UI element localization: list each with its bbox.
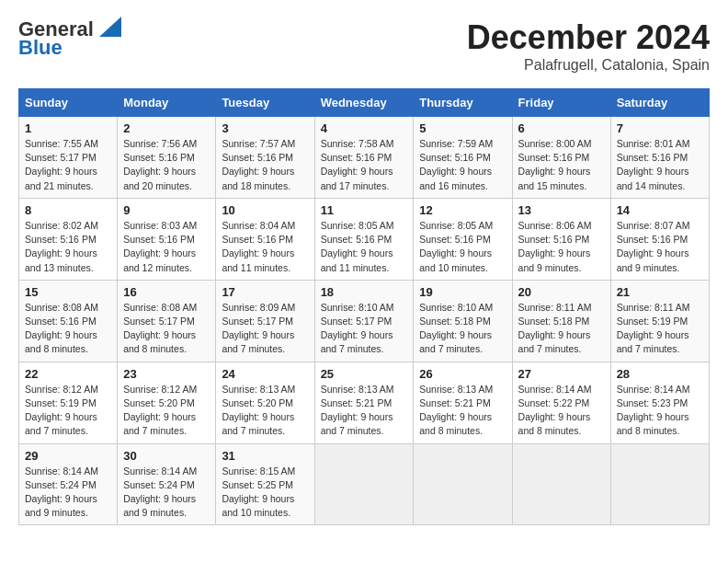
calendar-body: 1 Sunrise: 7:55 AMSunset: 5:17 PMDayligh… xyxy=(19,117,710,525)
calendar-week-row: 22 Sunrise: 8:12 AMSunset: 5:19 PMDaylig… xyxy=(19,362,710,443)
calendar-cell: 15 Sunrise: 8:08 AMSunset: 5:16 PMDaylig… xyxy=(19,280,118,362)
calendar-cell: 22 Sunrise: 8:12 AMSunset: 5:19 PMDaylig… xyxy=(19,362,118,443)
day-info: Sunrise: 8:11 AMSunset: 5:19 PMDaylight:… xyxy=(617,302,690,355)
calendar-cell xyxy=(512,443,610,525)
day-number: 20 xyxy=(518,285,605,299)
day-info: Sunrise: 8:14 AMSunset: 5:24 PMDaylight:… xyxy=(25,465,98,519)
day-info: Sunrise: 8:08 AMSunset: 5:17 PMDaylight:… xyxy=(123,302,197,355)
day-info: Sunrise: 7:58 AMSunset: 5:16 PMDaylight:… xyxy=(321,138,394,191)
calendar-cell: 27 Sunrise: 8:14 AMSunset: 5:22 PMDaylig… xyxy=(512,362,610,443)
col-header-wednesday: Wednesday xyxy=(314,89,414,117)
day-info: Sunrise: 8:12 AMSunset: 5:20 PMDaylight:… xyxy=(123,384,197,437)
day-number: 30 xyxy=(123,449,210,463)
day-number: 11 xyxy=(321,203,408,217)
calendar-cell: 9 Sunrise: 8:03 AMSunset: 5:16 PMDayligh… xyxy=(118,198,216,280)
calendar-cell: 5 Sunrise: 7:59 AMSunset: 5:16 PMDayligh… xyxy=(414,117,512,199)
day-number: 12 xyxy=(419,203,506,217)
calendar-week-row: 29 Sunrise: 8:14 AMSunset: 5:24 PMDaylig… xyxy=(19,443,710,525)
calendar-header-row: SundayMondayTuesdayWednesdayThursdayFrid… xyxy=(19,89,710,117)
calendar-cell: 6 Sunrise: 8:00 AMSunset: 5:16 PMDayligh… xyxy=(512,117,610,199)
calendar-week-row: 15 Sunrise: 8:08 AMSunset: 5:16 PMDaylig… xyxy=(19,280,710,362)
day-number: 15 xyxy=(25,285,111,299)
day-number: 18 xyxy=(321,285,408,299)
calendar-cell: 1 Sunrise: 7:55 AMSunset: 5:17 PMDayligh… xyxy=(19,117,118,199)
logo: General Blue xyxy=(18,18,121,59)
page-subtitle: Palafrugell, Catalonia, Spain xyxy=(467,57,710,74)
day-info: Sunrise: 8:14 AMSunset: 5:22 PMDaylight:… xyxy=(518,384,592,437)
day-info: Sunrise: 8:13 AMSunset: 5:21 PMDaylight:… xyxy=(419,384,493,437)
day-info: Sunrise: 8:08 AMSunset: 5:16 PMDaylight:… xyxy=(25,302,98,355)
day-info: Sunrise: 8:13 AMSunset: 5:20 PMDaylight:… xyxy=(222,384,295,437)
day-info: Sunrise: 8:06 AMSunset: 5:16 PMDaylight:… xyxy=(518,220,592,273)
col-header-tuesday: Tuesday xyxy=(216,89,314,117)
day-number: 14 xyxy=(617,203,703,217)
calendar-cell: 14 Sunrise: 8:07 AMSunset: 5:16 PMDaylig… xyxy=(610,198,709,280)
day-info: Sunrise: 8:10 AMSunset: 5:17 PMDaylight:… xyxy=(321,302,394,355)
calendar-cell: 17 Sunrise: 8:09 AMSunset: 5:17 PMDaylig… xyxy=(216,280,314,362)
title-block: December 2024 Palafrugell, Catalonia, Sp… xyxy=(467,18,710,74)
day-info: Sunrise: 8:03 AMSunset: 5:16 PMDaylight:… xyxy=(123,220,197,273)
svg-marker-0 xyxy=(99,17,121,37)
day-info: Sunrise: 8:05 AMSunset: 5:16 PMDaylight:… xyxy=(321,220,394,273)
calendar-week-row: 8 Sunrise: 8:02 AMSunset: 5:16 PMDayligh… xyxy=(19,198,710,280)
day-info: Sunrise: 8:11 AMSunset: 5:18 PMDaylight:… xyxy=(518,302,592,355)
day-number: 22 xyxy=(25,367,111,381)
day-number: 9 xyxy=(123,203,210,217)
calendar-cell: 19 Sunrise: 8:10 AMSunset: 5:18 PMDaylig… xyxy=(414,280,512,362)
day-info: Sunrise: 7:56 AMSunset: 5:16 PMDaylight:… xyxy=(123,138,197,191)
col-header-thursday: Thursday xyxy=(414,89,512,117)
day-number: 17 xyxy=(222,285,308,299)
day-number: 29 xyxy=(25,449,111,463)
calendar-cell: 26 Sunrise: 8:13 AMSunset: 5:21 PMDaylig… xyxy=(414,362,512,443)
day-number: 7 xyxy=(617,121,703,135)
calendar-cell: 2 Sunrise: 7:56 AMSunset: 5:16 PMDayligh… xyxy=(118,117,216,199)
calendar-week-row: 1 Sunrise: 7:55 AMSunset: 5:17 PMDayligh… xyxy=(19,117,710,199)
calendar-cell: 13 Sunrise: 8:06 AMSunset: 5:16 PMDaylig… xyxy=(512,198,610,280)
calendar-cell: 20 Sunrise: 8:11 AMSunset: 5:18 PMDaylig… xyxy=(512,280,610,362)
day-info: Sunrise: 8:01 AMSunset: 5:16 PMDaylight:… xyxy=(617,138,690,191)
calendar-cell: 21 Sunrise: 8:11 AMSunset: 5:19 PMDaylig… xyxy=(610,280,709,362)
day-number: 4 xyxy=(321,121,408,135)
calendar-cell: 11 Sunrise: 8:05 AMSunset: 5:16 PMDaylig… xyxy=(314,198,414,280)
col-header-monday: Monday xyxy=(118,89,216,117)
day-info: Sunrise: 8:14 AMSunset: 5:23 PMDaylight:… xyxy=(617,384,690,437)
day-number: 26 xyxy=(419,367,506,381)
logo-arrow-icon xyxy=(96,17,121,37)
calendar-cell: 23 Sunrise: 8:12 AMSunset: 5:20 PMDaylig… xyxy=(118,362,216,443)
day-number: 2 xyxy=(123,121,210,135)
day-number: 21 xyxy=(617,285,703,299)
day-number: 13 xyxy=(518,203,605,217)
day-number: 31 xyxy=(222,449,308,463)
day-info: Sunrise: 7:55 AMSunset: 5:17 PMDaylight:… xyxy=(25,138,98,191)
day-info: Sunrise: 8:02 AMSunset: 5:16 PMDaylight:… xyxy=(25,220,98,273)
day-number: 8 xyxy=(25,203,111,217)
calendar-cell: 24 Sunrise: 8:13 AMSunset: 5:20 PMDaylig… xyxy=(216,362,314,443)
calendar-cell xyxy=(414,443,512,525)
day-number: 27 xyxy=(518,367,605,381)
col-header-saturday: Saturday xyxy=(610,89,709,117)
day-info: Sunrise: 8:12 AMSunset: 5:19 PMDaylight:… xyxy=(25,384,98,437)
day-number: 3 xyxy=(222,121,308,135)
calendar-cell: 29 Sunrise: 8:14 AMSunset: 5:24 PMDaylig… xyxy=(19,443,118,525)
day-number: 16 xyxy=(123,285,210,299)
logo-blue-text: Blue xyxy=(18,37,63,59)
calendar-cell: 10 Sunrise: 8:04 AMSunset: 5:16 PMDaylig… xyxy=(216,198,314,280)
day-info: Sunrise: 8:09 AMSunset: 5:17 PMDaylight:… xyxy=(222,302,295,355)
day-info: Sunrise: 8:04 AMSunset: 5:16 PMDaylight:… xyxy=(222,220,295,273)
day-number: 25 xyxy=(321,367,408,381)
day-number: 1 xyxy=(25,121,111,135)
day-info: Sunrise: 8:07 AMSunset: 5:16 PMDaylight:… xyxy=(617,220,690,273)
calendar-cell: 8 Sunrise: 8:02 AMSunset: 5:16 PMDayligh… xyxy=(19,198,118,280)
day-info: Sunrise: 8:15 AMSunset: 5:25 PMDaylight:… xyxy=(222,465,295,519)
col-header-sunday: Sunday xyxy=(19,89,118,117)
calendar-cell: 7 Sunrise: 8:01 AMSunset: 5:16 PMDayligh… xyxy=(610,117,709,199)
day-number: 24 xyxy=(222,367,308,381)
calendar-cell: 25 Sunrise: 8:13 AMSunset: 5:21 PMDaylig… xyxy=(314,362,414,443)
day-number: 5 xyxy=(419,121,506,135)
day-number: 19 xyxy=(419,285,506,299)
col-header-friday: Friday xyxy=(512,89,610,117)
day-info: Sunrise: 8:00 AMSunset: 5:16 PMDaylight:… xyxy=(518,138,592,191)
calendar-table: SundayMondayTuesdayWednesdayThursdayFrid… xyxy=(18,88,710,525)
page-header: General Blue December 2024 Palafrugell, … xyxy=(18,18,710,74)
day-info: Sunrise: 7:59 AMSunset: 5:16 PMDaylight:… xyxy=(419,138,493,191)
